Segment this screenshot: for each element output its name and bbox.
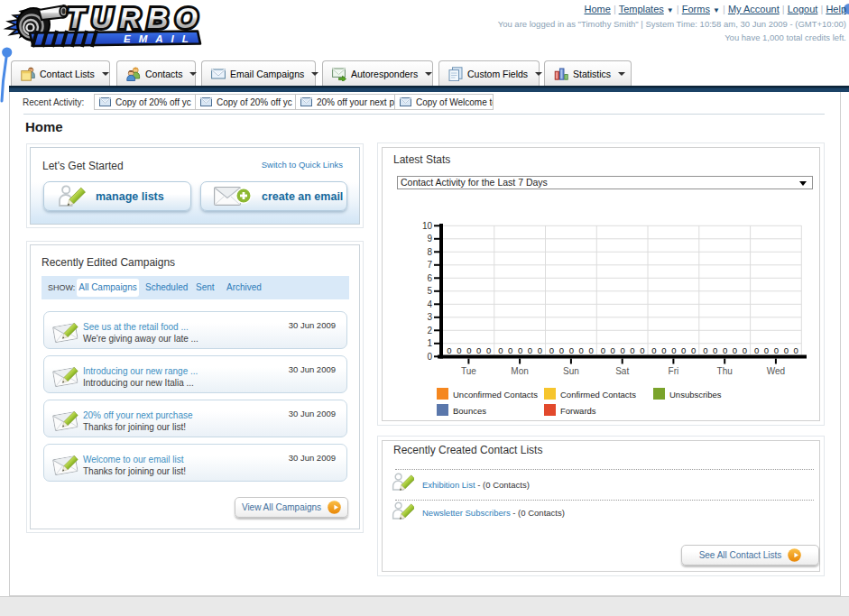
svg-text:0: 0	[601, 345, 605, 355]
svg-text:0: 0	[703, 345, 707, 355]
svg-text:0: 0	[518, 345, 522, 355]
svg-text:0: 0	[476, 345, 481, 355]
svg-text:Mon: Mon	[511, 366, 528, 376]
svg-text:0: 0	[713, 345, 717, 355]
svg-text:6: 6	[427, 273, 432, 283]
svg-text:Tue: Tue	[461, 366, 476, 376]
svg-text:Sun: Sun	[563, 366, 579, 376]
svg-text:0: 0	[723, 345, 727, 355]
svg-text:0: 0	[774, 345, 779, 355]
svg-text:0: 0	[427, 352, 432, 362]
svg-text:Thu: Thu	[717, 366, 733, 376]
svg-text:0: 0	[733, 345, 737, 355]
svg-text:0: 0	[620, 345, 624, 355]
svg-text:0: 0	[569, 345, 574, 355]
svg-text:0: 0	[651, 345, 656, 355]
svg-text:1: 1	[427, 338, 432, 348]
svg-text:0: 0	[447, 345, 451, 355]
svg-text:Unsubscribes: Unsubscribes	[669, 390, 722, 400]
svg-text:2: 2	[427, 326, 432, 336]
svg-text:0: 0	[486, 345, 491, 355]
svg-text:TURBO: TURBO	[67, 2, 198, 34]
svg-text:0: 0	[538, 345, 542, 355]
svg-text:0: 0	[681, 345, 686, 355]
svg-text:0: 0	[794, 345, 798, 355]
svg-text:Wed: Wed	[767, 366, 785, 376]
svg-text:3: 3	[427, 312, 432, 322]
svg-text:0: 0	[588, 345, 593, 355]
svg-text:0: 0	[579, 345, 584, 355]
svg-text:7: 7	[427, 260, 432, 270]
svg-text:EMAIL: EMAIL	[124, 33, 197, 44]
svg-text:Forwards: Forwards	[560, 406, 596, 416]
svg-text:0: 0	[743, 345, 747, 355]
svg-text:0: 0	[508, 345, 512, 355]
svg-text:Sat: Sat	[615, 366, 629, 376]
svg-text:0: 0	[611, 345, 615, 355]
svg-text:4: 4	[427, 299, 432, 309]
svg-text:Fri: Fri	[669, 366, 679, 376]
svg-text:Unconfirmed Contacts: Unconfirmed Contacts	[453, 390, 538, 400]
svg-text:0: 0	[498, 345, 503, 355]
svg-text:0: 0	[630, 345, 634, 355]
svg-text:10: 10	[422, 221, 433, 231]
svg-text:0: 0	[691, 345, 696, 355]
svg-text:0: 0	[528, 345, 532, 355]
svg-text:0: 0	[764, 345, 769, 355]
svg-text:8: 8	[427, 247, 432, 257]
svg-text:0: 0	[457, 345, 461, 355]
svg-text:Confirmed Contacts: Confirmed Contacts	[560, 390, 636, 400]
svg-text:0: 0	[784, 345, 789, 355]
svg-text:0: 0	[754, 345, 759, 355]
svg-text:9: 9	[427, 234, 432, 244]
svg-text:0: 0	[549, 345, 554, 355]
svg-text:0: 0	[559, 345, 564, 355]
svg-text:5: 5	[427, 286, 432, 296]
svg-text:Bounces: Bounces	[453, 406, 486, 416]
svg-text:0: 0	[661, 345, 666, 355]
svg-text:0: 0	[640, 345, 644, 355]
svg-text:0: 0	[466, 345, 471, 355]
svg-text:0: 0	[671, 345, 676, 355]
